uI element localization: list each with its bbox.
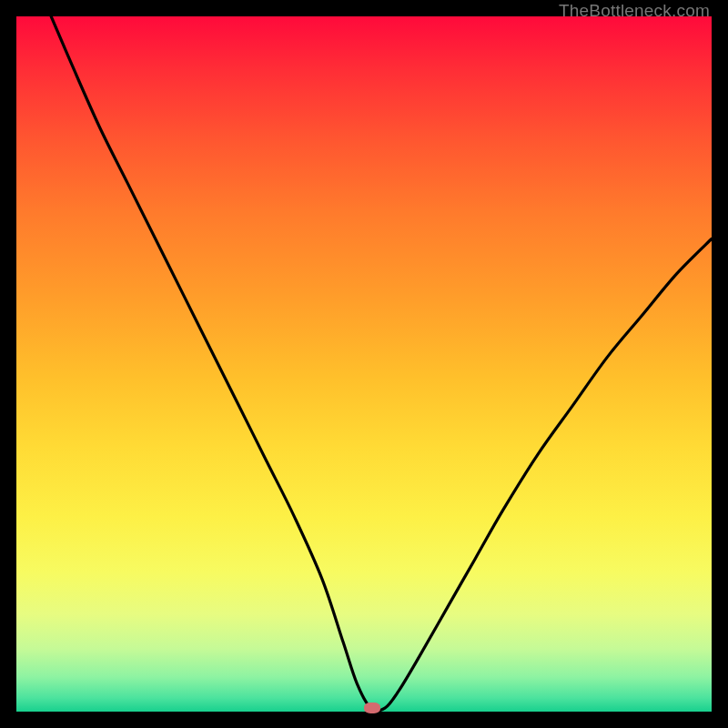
chart-frame: TheBottleneck.com bbox=[0, 0, 728, 728]
plot-area bbox=[16, 16, 712, 712]
optimal-point-marker bbox=[364, 703, 380, 713]
bottleneck-curve bbox=[16, 16, 712, 712]
